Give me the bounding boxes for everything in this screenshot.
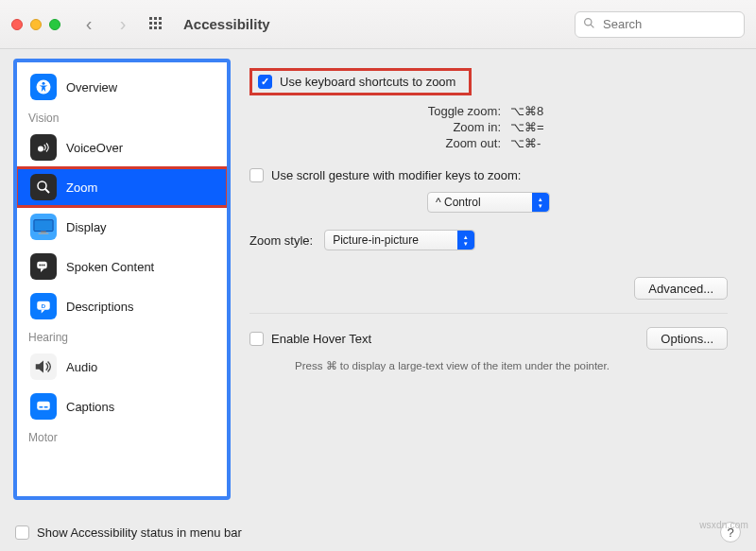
- titlebar: ‹ › Accessibility: [0, 0, 756, 49]
- svg-rect-2: [159, 17, 162, 20]
- shortcuts-list: Toggle zoom: ⌥⌘8 Zoom in: ⌥⌘= Zoom out: …: [249, 103, 728, 151]
- svg-point-20: [39, 265, 41, 267]
- audio-icon: [30, 353, 57, 380]
- sidebar-item-label: Overview: [66, 80, 117, 95]
- show-all-button[interactable]: [144, 11, 170, 38]
- zoom-in-keys: ⌥⌘=: [510, 120, 558, 134]
- sidebar-item-label: Captions: [66, 400, 114, 414]
- svg-rect-16: [34, 220, 53, 232]
- svg-line-10: [591, 25, 593, 27]
- window-controls: [11, 19, 60, 30]
- sidebar-section-vision: Vision: [17, 108, 227, 127]
- search-field[interactable]: [575, 11, 745, 38]
- toggle-zoom-label: Toggle zoom:: [428, 104, 501, 118]
- svg-point-22: [43, 265, 45, 267]
- svg-point-21: [42, 265, 43, 267]
- content-pane: Use keyboard shortcuts to zoom Toggle zo…: [242, 59, 743, 500]
- close-window-button[interactable]: [11, 19, 23, 30]
- svg-rect-5: [159, 22, 162, 25]
- search-input[interactable]: [601, 16, 736, 32]
- toggle-zoom-keys: ⌥⌘8: [510, 104, 558, 118]
- sidebar-item-audio[interactable]: Audio: [21, 348, 223, 386]
- search-icon: [583, 17, 595, 32]
- sidebar-item-spoken-content[interactable]: Spoken Content: [21, 248, 223, 285]
- grid-icon: [149, 17, 164, 32]
- select-arrows-icon: [457, 231, 474, 250]
- back-button[interactable]: ‹: [76, 11, 102, 38]
- descriptions-icon: D: [30, 293, 57, 319]
- svg-line-15: [45, 189, 50, 194]
- svg-rect-0: [149, 17, 152, 20]
- accessibility-icon: [30, 74, 57, 100]
- watermark: wsxdn.com: [699, 520, 748, 530]
- voiceover-icon: [30, 134, 57, 161]
- sidebar-item-zoom[interactable]: Zoom: [17, 168, 227, 206]
- sidebar: Overview Vision VoiceOver Zoom Display S: [13, 59, 231, 500]
- svg-rect-4: [154, 22, 157, 25]
- svg-rect-17: [41, 232, 46, 233]
- scroll-gesture-label: Use scroll gesture with modifier keys to…: [271, 168, 521, 182]
- scroll-gesture-checkbox[interactable]: [249, 168, 264, 182]
- zoom-style-value: Picture-in-picture: [333, 233, 419, 247]
- spoken-content-icon: [30, 253, 57, 280]
- display-icon: [30, 214, 57, 240]
- select-arrows-icon: [532, 193, 549, 212]
- modifier-key-select[interactable]: ^ Control: [427, 192, 550, 213]
- forward-button[interactable]: ›: [110, 11, 136, 38]
- svg-point-13: [38, 146, 43, 152]
- zoom-out-label: Zoom out:: [445, 136, 501, 150]
- svg-rect-6: [149, 26, 152, 29]
- chevron-left-icon: ‹: [86, 13, 93, 35]
- sidebar-item-descriptions[interactable]: D Descriptions: [21, 287, 223, 325]
- advanced-button[interactable]: Advanced...: [634, 277, 728, 300]
- sidebar-item-overview[interactable]: Overview: [21, 68, 223, 106]
- sidebar-section-motor: Motor: [17, 427, 227, 446]
- sidebar-item-label: VoiceOver: [66, 141, 123, 155]
- captions-icon: [30, 393, 57, 420]
- svg-rect-7: [154, 26, 157, 29]
- sidebar-item-captions[interactable]: Captions: [21, 387, 223, 425]
- options-button[interactable]: Options...: [646, 327, 728, 350]
- zoom-in-label: Zoom in:: [453, 120, 501, 134]
- hover-text-label: Enable Hover Text: [271, 332, 371, 346]
- sidebar-item-voiceover[interactable]: VoiceOver: [21, 129, 223, 166]
- svg-rect-27: [44, 406, 48, 408]
- svg-point-12: [43, 82, 45, 85]
- keyboard-shortcuts-row: Use keyboard shortcuts to zoom: [249, 68, 472, 95]
- sidebar-item-label: Audio: [66, 360, 97, 374]
- window-title: Accessibility: [183, 16, 270, 32]
- zoom-style-label: Zoom style:: [249, 233, 313, 248]
- zoom-out-keys: ⌥⌘-: [510, 136, 558, 150]
- show-status-checkbox[interactable]: [15, 525, 29, 540]
- show-status-label: Show Accessibility status in menu bar: [37, 525, 242, 540]
- sidebar-item-label: Spoken Content: [66, 260, 154, 274]
- sidebar-item-label: Display: [66, 220, 107, 234]
- scroll-gesture-row: Use scroll gesture with modifier keys to…: [249, 168, 728, 182]
- svg-rect-8: [159, 26, 162, 29]
- sidebar-section-hearing: Hearing: [17, 327, 227, 346]
- keyboard-shortcuts-label: Use keyboard shortcuts to zoom: [280, 75, 455, 89]
- hover-text-checkbox[interactable]: [249, 332, 264, 346]
- zoom-icon: [30, 174, 57, 200]
- sidebar-item-display[interactable]: Display: [21, 208, 223, 246]
- chevron-right-icon: ›: [120, 13, 127, 35]
- svg-rect-25: [37, 402, 50, 410]
- svg-rect-1: [154, 17, 157, 20]
- separator: [249, 313, 728, 314]
- sidebar-item-label: Descriptions: [66, 300, 134, 314]
- svg-rect-3: [149, 22, 152, 25]
- sidebar-item-label: Zoom: [66, 181, 97, 195]
- svg-text:D: D: [42, 303, 46, 309]
- svg-rect-18: [39, 232, 49, 233]
- svg-point-9: [585, 18, 592, 25]
- minimize-window-button[interactable]: [30, 19, 42, 30]
- svg-rect-26: [40, 406, 43, 408]
- modifier-key-value: ^ Control: [436, 196, 481, 209]
- keyboard-shortcuts-checkbox[interactable]: [258, 75, 272, 89]
- footer: Show Accessibility status in menu bar ?: [0, 513, 756, 551]
- hover-text-hint: Press ⌘ to display a large-text view of …: [295, 359, 728, 372]
- zoom-style-select[interactable]: Picture-in-picture: [324, 230, 475, 250]
- fullscreen-window-button[interactable]: [49, 19, 60, 30]
